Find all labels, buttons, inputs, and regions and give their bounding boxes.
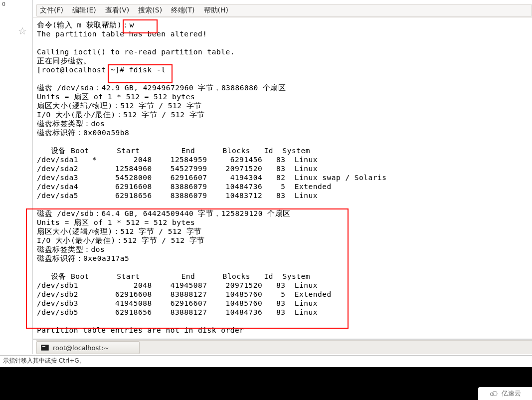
tab-bar: root@localhost:~ — [36, 340, 532, 354]
gutter-number: 0 — [2, 1, 5, 7]
left-gutter: 0 ☆ — [0, 0, 33, 354]
terminal-icon — [41, 345, 49, 351]
menu-file[interactable]: 文件(F) — [40, 6, 63, 15]
watermark-text: 亿速云 — [502, 389, 521, 398]
menu-edit[interactable]: 编辑(E) — [72, 6, 96, 15]
terminal-output[interactable]: 命令(输入 m 获取帮助)：w The partition table has … — [33, 17, 532, 338]
status-hint: 示指针移入其中或按 Ctrl+G。 — [3, 357, 85, 364]
menu-view[interactable]: 查看(V) — [105, 6, 130, 15]
watermark: 亿速云 — [478, 387, 532, 400]
watermark-icon — [490, 391, 499, 397]
bottom-black-bar — [0, 367, 532, 400]
menu-terminal[interactable]: 终端(T) — [171, 6, 194, 15]
status-bar: 示指针移入其中或按 Ctrl+G。 — [0, 355, 532, 366]
star-icon[interactable]: ☆ — [18, 25, 27, 37]
menu-search[interactable]: 搜索(S) — [138, 6, 162, 15]
terminal-tab[interactable]: root@localhost:~ — [36, 341, 140, 354]
terminal-panel[interactable]: 命令(输入 m 获取帮助)：w The partition table has … — [33, 17, 532, 339]
menu-bar: 文件(F) 编辑(E) 查看(V) 搜索(S) 终端(T) 帮助(H) — [36, 4, 532, 17]
menu-help[interactable]: 帮助(H) — [204, 6, 228, 15]
terminal-tab-label: root@localhost:~ — [53, 344, 109, 352]
